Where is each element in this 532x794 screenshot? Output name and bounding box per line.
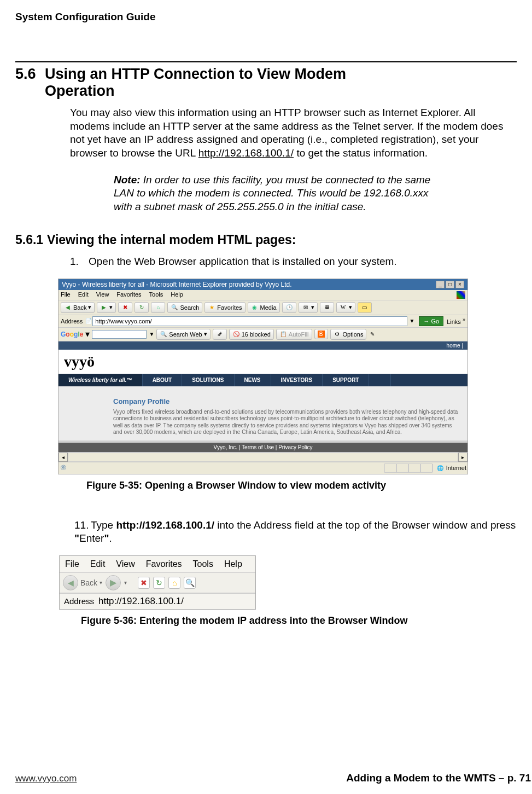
home2-button[interactable]: ⌂ <box>168 577 180 589</box>
step-11-number: 11. <box>74 519 91 532</box>
print-button[interactable]: 🖶 <box>320 302 334 313</box>
discuss-button[interactable]: ▭ <box>358 302 372 313</box>
refresh-button[interactable]: ↻ <box>135 302 149 313</box>
print-icon: 🖶 <box>323 304 331 311</box>
horizontal-scrollbar[interactable]: ◂ ▸ <box>59 452 467 462</box>
company-section: Company Profile Vyyo offers fixed wirele… <box>59 386 467 443</box>
menu2-view[interactable]: View <box>116 559 135 569</box>
maximize-button[interactable]: □ <box>446 281 454 288</box>
site-tagline: Wireless liberty for all.™ <box>59 374 143 386</box>
forward-button[interactable]: ▶ ▾ <box>97 302 116 313</box>
site-home-link[interactable]: home | <box>447 343 463 349</box>
minimize-button[interactable]: _ <box>436 281 445 288</box>
section-title-line2: Operation <box>45 83 115 99</box>
nav-support[interactable]: SUPPORT <box>323 374 369 386</box>
google-blocked-button[interactable]: 🚫16 blocked <box>229 329 274 340</box>
browser-screenshot-1: Vyyo - Wireless liberty for all - Micros… <box>58 279 468 474</box>
google-brand: Google <box>61 331 83 338</box>
site-logo: vyyö <box>59 350 467 374</box>
star-icon: ★ <box>208 304 215 311</box>
browser-toolbar: ◀Back ▾ ▶ ▾ ✖ ↻ ⌂ 🔍Search ★Favorites ◉Me… <box>59 300 467 315</box>
nav-about[interactable]: ABOUT <box>143 374 183 386</box>
search2-button[interactable]: 🔍 <box>184 577 196 589</box>
nav-more[interactable] <box>369 374 391 386</box>
scroll-track[interactable] <box>68 453 458 462</box>
menu2-tools[interactable]: Tools <box>193 559 213 569</box>
media-button[interactable]: ◉Media <box>248 302 280 313</box>
scroll-left-button[interactable]: ◂ <box>59 453 68 462</box>
status-internet-label: Internet <box>446 465 466 471</box>
autofill-label: AutoFill <box>289 331 309 338</box>
google-search-input[interactable] <box>92 330 147 339</box>
step-11-post: into the Address field at the top of the… <box>214 519 516 531</box>
search-label: Search <box>180 304 199 311</box>
search-button[interactable]: 🔍Search <box>167 302 202 313</box>
address-input[interactable]: http://www.vyyo.com/ <box>92 316 407 326</box>
address-dropdown-icon[interactable]: ▼ <box>407 318 417 324</box>
menu-tools[interactable]: Tools <box>149 291 163 299</box>
section-rule <box>15 61 517 62</box>
stop2-button[interactable]: ✖ <box>138 577 150 589</box>
browser-screenshot-2: File Edit View Favorites Tools Help ◀ Ba… <box>59 555 256 610</box>
menu-file[interactable]: File <box>61 291 71 299</box>
google-toolbar: Google ▾ ▼ 🔍Search Web ▾ 🗞 🚫16 blocked 📋… <box>59 328 467 341</box>
home-button[interactable]: ⌂ <box>151 302 165 313</box>
menu2-help[interactable]: Help <box>224 559 242 569</box>
ie-icon: ⓔ <box>60 464 67 472</box>
address-label: Address <box>61 318 83 324</box>
browser2-address-bar: Address http://192.168.100.1/ <box>60 593 255 609</box>
company-profile-text: Vyyo offers fixed wireless broadband end… <box>113 409 461 441</box>
status-zone: 🌐Internet <box>432 464 466 472</box>
scroll-right-button[interactable]: ▸ <box>458 453 467 462</box>
quote-open: " <box>74 532 79 544</box>
menu-edit[interactable]: Edit <box>78 291 89 299</box>
nav-news[interactable]: NEWS <box>235 374 271 386</box>
google-search-dropdown[interactable]: ▼ <box>149 331 154 337</box>
back-button[interactable]: ◀Back ▾ <box>61 302 95 313</box>
footer-link[interactable]: www.vyyo.com <box>15 773 77 784</box>
google-searchweb-button[interactable]: 🔍Search Web ▾ <box>156 329 210 340</box>
mail-button[interactable]: ✉ ▾ <box>299 302 318 313</box>
google-options-button[interactable]: ⚙Options <box>330 329 367 340</box>
google-autofill-button[interactable]: 📋AutoFill <box>276 329 312 340</box>
browser-menubar: File Edit View Favorites Tools Help <box>59 290 467 300</box>
menu2-favorites[interactable]: Favorites <box>146 559 182 569</box>
footer-right: Adding a Modem to the WMTS – p. 71 <box>346 772 531 784</box>
window-title: Vyyo - Wireless liberty for all - Micros… <box>62 281 292 288</box>
home-icon: ⌂ <box>154 304 162 311</box>
subsection-title: Viewing the internal modem HTML pages: <box>47 233 296 247</box>
forward2-button[interactable]: ▶ <box>106 575 121 590</box>
menu2-file[interactable]: File <box>65 559 79 569</box>
refresh2-icon: ↻ <box>156 578 162 587</box>
nav-investors[interactable]: INVESTORS <box>271 374 323 386</box>
address2-input[interactable]: http://192.168.100.1/ <box>98 596 251 607</box>
favorites-label: Favorites <box>217 304 242 311</box>
address-bar: Address 📄 http://www.vyyo.com/ ▼ → Go Li… <box>59 315 467 328</box>
history-button[interactable]: 🕒 <box>282 302 296 313</box>
options-icon: ⚙ <box>334 331 341 338</box>
favorites-button[interactable]: ★Favorites <box>204 302 245 313</box>
page-icon: 📄 <box>85 317 92 325</box>
nav-solutions[interactable]: SOLUTIONS <box>182 374 234 386</box>
go-button[interactable]: → Go <box>419 316 443 326</box>
refresh2-button[interactable]: ↻ <box>153 577 165 589</box>
back-icon: ◀ <box>64 304 72 311</box>
stop-button[interactable]: ✖ <box>118 302 132 313</box>
back2-button[interactable]: ◀ Back ▾ <box>63 575 102 590</box>
google-news-button[interactable]: 🗞 <box>213 329 227 340</box>
doc-title: System Configuration Guide <box>15 11 517 23</box>
links-label[interactable]: Links » <box>447 317 465 325</box>
close-button[interactable]: × <box>455 281 464 288</box>
menu2-edit[interactable]: Edit <box>90 559 106 569</box>
menu-view[interactable]: View <box>96 291 109 299</box>
forward-icon: ▶ <box>100 304 108 311</box>
edit-icon: W <box>340 304 347 311</box>
menu-help[interactable]: Help <box>171 291 183 299</box>
google-blogger-button[interactable]: B <box>314 329 328 339</box>
search-icon: 🔍 <box>171 304 178 311</box>
edit-button[interactable]: W ▾ <box>336 302 355 313</box>
section-number: 5.6 <box>15 66 45 83</box>
status-bar: ⓔ 🌐Internet <box>59 462 467 474</box>
menu-favorites[interactable]: Favorites <box>116 291 141 299</box>
windows-flag-icon <box>457 291 465 299</box>
